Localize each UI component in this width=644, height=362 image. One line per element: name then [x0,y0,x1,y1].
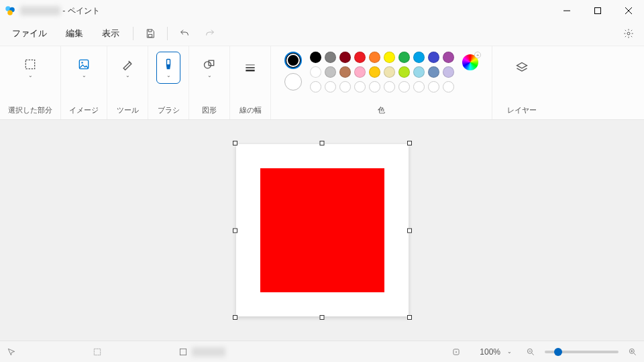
svg-rect-4 [595,8,601,14]
color-swatch[interactable] [369,52,380,63]
svg-line-26 [634,353,636,355]
resize-handle-w[interactable] [233,228,237,233]
group-colors: + 色 [271,46,492,119]
settings-icon[interactable] [617,23,640,44]
canvas-wrapper [236,144,409,316]
red-square-shape[interactable] [260,168,384,292]
color-swatch[interactable] [310,52,321,63]
minimize-button[interactable] [551,0,582,21]
custom-color-slot[interactable] [398,81,410,93]
plus-icon: + [474,52,481,58]
fit-to-window-icon[interactable] [451,347,461,357]
image-tool[interactable]: ⌄ [72,52,96,84]
brushes-button[interactable]: ⌄ [156,52,180,84]
resize-handle-sw[interactable] [233,315,237,320]
color-swatch[interactable] [428,52,439,63]
color-swatch[interactable] [398,66,410,78]
menu-file[interactable]: ファイル [4,23,55,44]
statusbar: xxx × xxx 100% ⌄ [0,341,644,362]
canvas-area[interactable] [0,120,644,341]
group-selection: ⌄ 選択した部分 [0,46,61,119]
svg-point-13 [205,62,211,68]
file-name-blurred: xxxxxxxxxx [20,6,60,15]
color-swatch[interactable] [384,66,395,78]
window-title: xxxxxxxxxx - ペイント [20,5,100,17]
maximize-button[interactable] [582,0,613,21]
chevron-down-icon: ⌄ [28,72,33,78]
color-swatch[interactable] [325,52,336,63]
undo-icon[interactable] [173,23,196,44]
group-stroke: 線の幅 [230,46,271,119]
custom-color-slot[interactable] [413,81,425,93]
color-swatch[interactable] [413,52,425,63]
zoom-in-button[interactable] [628,347,637,357]
group-layers: レイヤー [492,46,551,119]
color-swatch[interactable] [398,52,410,63]
color-swatch[interactable] [339,52,351,63]
color-swatch[interactable] [369,66,380,78]
svg-point-8 [627,32,630,35]
svg-rect-18 [94,349,100,355]
color-swatch[interactable] [443,52,454,63]
zoom-level[interactable]: 100% ⌄ [470,345,517,359]
tools-button[interactable]: ⌄ [115,52,140,84]
ribbon: ⌄ 選択した部分 ⌄ イメージ ⌄ ツール ⌄ ブラシ [0,46,644,120]
shapes-button[interactable]: ⌄ [197,52,221,84]
selection-tool[interactable]: ⌄ [18,52,42,84]
svg-rect-7 [148,34,152,37]
zoom-slider-thumb[interactable] [554,348,562,356]
menu-edit[interactable]: 編集 [58,23,91,44]
color-swatch[interactable] [310,66,321,78]
group-image: ⌄ イメージ [61,46,107,119]
color-swatch[interactable] [354,66,366,78]
custom-color-slot[interactable] [325,81,336,93]
close-button[interactable] [613,0,644,21]
chevron-down-icon: ⌄ [166,72,171,78]
resize-handle-nw[interactable] [233,141,237,145]
stroke-width-button[interactable] [238,52,262,84]
window-controls [551,0,644,21]
custom-color-slot[interactable] [369,81,380,93]
edit-colors-button[interactable]: + [462,52,478,70]
custom-color-slot[interactable] [428,81,439,93]
color-palette [310,52,454,93]
save-icon[interactable] [139,23,162,44]
zoom-slider[interactable] [545,351,619,353]
color-swatch[interactable] [443,66,454,78]
custom-color-slot[interactable] [354,81,366,93]
menu-view[interactable]: 表示 [94,23,127,44]
canvas[interactable] [236,144,409,316]
color-swatch[interactable] [428,66,439,78]
custom-color-slot[interactable] [339,81,351,93]
svg-point-2 [7,10,13,15]
background-color[interactable] [284,73,302,90]
foreground-color[interactable] [284,52,302,69]
resize-handle-e[interactable] [407,228,412,233]
resize-handle-se[interactable] [407,315,412,320]
layers-button[interactable] [510,52,534,84]
chevron-down-icon: ⌄ [507,349,512,355]
custom-color-slot[interactable] [384,81,395,93]
resize-handle-s[interactable] [320,315,325,320]
svg-rect-19 [180,349,186,355]
svg-rect-12 [167,60,170,65]
color-swatch[interactable] [339,66,351,78]
color-swatch[interactable] [384,52,395,63]
selection-size [93,347,102,357]
resize-handle-ne[interactable] [407,141,412,145]
resize-handle-n[interactable] [320,141,325,145]
color-swatch[interactable] [413,66,425,78]
redo-icon[interactable] [199,23,221,44]
zoom-out-button[interactable] [526,347,535,357]
color-swatch[interactable] [354,52,366,63]
svg-point-11 [81,62,83,64]
canvas-size-value: xxx × xxx [192,347,225,357]
custom-color-slot[interactable] [443,81,454,93]
custom-color-slot[interactable] [310,81,321,93]
separator [167,27,168,40]
group-brushes: ⌄ ブラシ [148,46,189,119]
chevron-down-icon: ⌄ [207,72,212,78]
app-icon [4,5,16,17]
color-swatch[interactable] [325,66,336,78]
chevron-down-icon: ⌄ [82,72,87,78]
